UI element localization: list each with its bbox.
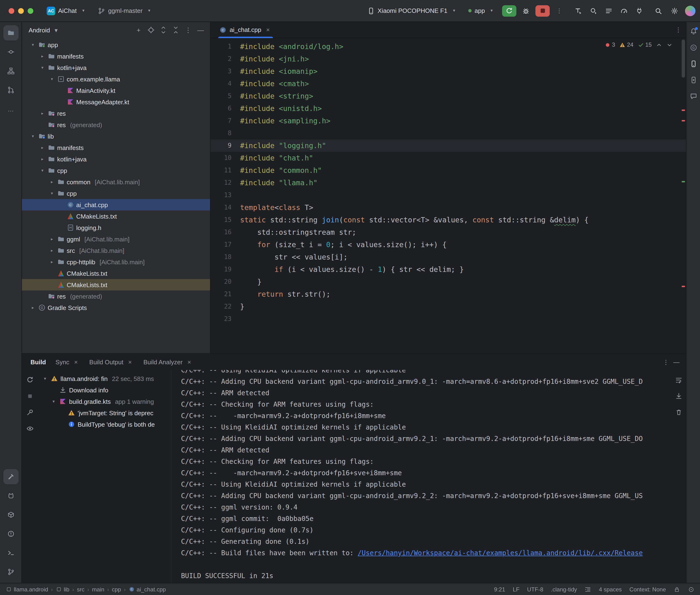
status-lock[interactable] bbox=[674, 586, 680, 593]
code-editor-area[interactable]: 1#include <android/log.h>2#include <jni.… bbox=[211, 38, 686, 353]
code-line-18[interactable]: 18 str << values[i]; bbox=[211, 251, 686, 263]
toolbar-more-button[interactable]: ⋮ bbox=[553, 4, 566, 18]
tree-expander[interactable]: ▸ bbox=[39, 52, 46, 60]
code-line-20[interactable]: 20 } bbox=[211, 276, 686, 288]
logcat-button[interactable] bbox=[602, 4, 615, 18]
status-caret-position[interactable]: 9:21 bbox=[494, 586, 505, 593]
profiler-button[interactable] bbox=[617, 4, 631, 18]
project-tree-item-cmakelists-txt[interactable]: CMakeLists.txt bbox=[22, 279, 210, 290]
build-tree-item-llama-android-fin[interactable]: ▾llama.android: fin22 sec, 583 ms bbox=[38, 373, 171, 384]
tree-expander[interactable]: ▸ bbox=[30, 304, 36, 311]
analysis-mark[interactable] bbox=[682, 181, 685, 182]
project-tree-item-kotlin-java[interactable]: ▸kotlin+java bbox=[22, 153, 210, 165]
project-tree-item-ai-chat-cpp[interactable]: Cai_chat.cpp bbox=[22, 199, 210, 210]
code-line-2[interactable]: 2#include <jni.h> bbox=[211, 53, 686, 65]
tree-expander[interactable]: ▸ bbox=[49, 247, 55, 254]
tree-expander[interactable]: ▸ bbox=[39, 155, 46, 163]
passed-count[interactable]: 15 bbox=[638, 41, 652, 48]
tree-expander[interactable]: ▾ bbox=[51, 398, 57, 405]
code-line-5[interactable]: 5#include <string> bbox=[211, 90, 686, 103]
build-tree-item-buildtype-debug-is-both-de[interactable]: BuildType 'debug' is both de bbox=[38, 419, 171, 430]
analysis-mark[interactable] bbox=[682, 120, 685, 121]
project-tree-item-manifests[interactable]: ▸manifests bbox=[22, 142, 210, 153]
settings-button[interactable] bbox=[668, 4, 681, 18]
project-tree-item-com-example-llama[interactable]: ▾com.example.llama bbox=[22, 73, 210, 85]
tool-window-button-build[interactable] bbox=[3, 469, 18, 484]
expand-all-button[interactable] bbox=[158, 24, 169, 36]
tree-expander[interactable]: ▾ bbox=[30, 41, 36, 49]
tree-expander[interactable]: ▾ bbox=[39, 167, 46, 174]
tree-expander[interactable]: ▸ bbox=[49, 258, 55, 266]
tool-window-button-structure[interactable] bbox=[3, 63, 18, 79]
add-button[interactable]: + bbox=[133, 24, 144, 36]
editor-tab[interactable]: C ai_chat.cpp × bbox=[214, 22, 277, 38]
tool-window-button-more-tool-windows[interactable]: … bbox=[3, 102, 18, 117]
status-context[interactable]: Context: None bbox=[629, 586, 666, 593]
project-tree-item-cpp-httplib[interactable]: ▸cpp-httplib[AiChat.lib.main] bbox=[22, 256, 210, 267]
code-line-7[interactable]: 7#include <sampling.h> bbox=[211, 115, 686, 127]
tree-expander[interactable]: ▾ bbox=[30, 132, 36, 140]
analysis-mark[interactable] bbox=[682, 286, 685, 287]
project-tree-item-cmakelists-txt[interactable]: CMakeLists.txt bbox=[22, 267, 210, 279]
scrollbar-thumb[interactable] bbox=[682, 39, 685, 78]
tool-window-button-project[interactable] bbox=[3, 25, 18, 40]
breadcrumb-item-cpp[interactable]: cpp bbox=[112, 586, 121, 593]
build-options-icon[interactable]: ⋮ bbox=[662, 358, 670, 366]
search-everywhere-button[interactable] bbox=[652, 4, 665, 18]
project-tree-item-app[interactable]: ▾app bbox=[22, 39, 210, 51]
project-tree-item-logging-h[interactable]: Hlogging.h bbox=[22, 222, 210, 233]
tool-window-button-terminal[interactable] bbox=[3, 545, 18, 561]
stop-build-button[interactable] bbox=[25, 391, 35, 401]
project-tree-item-manifests[interactable]: ▸manifests bbox=[22, 51, 210, 62]
tool-window-button-gradle[interactable]: G bbox=[687, 41, 700, 54]
tool-window-button-pull-requests[interactable] bbox=[3, 82, 18, 97]
run-configuration-selector[interactable]: app ▾ bbox=[465, 5, 499, 17]
scroll-to-end-button[interactable] bbox=[674, 391, 684, 401]
status-line-separator[interactable]: LF bbox=[513, 586, 520, 593]
device-explorer-button[interactable] bbox=[633, 4, 646, 18]
tool-window-button-resource-manager[interactable] bbox=[3, 507, 18, 522]
project-tree-item-messageadapter-kt[interactable]: MessageAdapter.kt bbox=[22, 96, 210, 108]
tab-options-icon[interactable]: ⋮ bbox=[674, 26, 682, 34]
tool-window-button-logcat[interactable] bbox=[3, 488, 18, 503]
status-clang-tidy[interactable]: .clang-tidy bbox=[551, 586, 577, 593]
project-tree-item-kotlin-java[interactable]: ▾kotlin+java bbox=[22, 62, 210, 73]
tool-window-button-version-control[interactable] bbox=[3, 564, 18, 579]
zoom-window-button[interactable] bbox=[28, 8, 33, 13]
project-tree-item-cmakelists-txt[interactable]: CMakeLists.txt bbox=[22, 210, 210, 222]
hide-button[interactable]: — bbox=[195, 24, 206, 36]
status-indent-size[interactable]: 4 spaces bbox=[599, 586, 622, 593]
status-encoding[interactable]: UTF-8 bbox=[527, 586, 543, 593]
next-problem-icon[interactable] bbox=[666, 42, 673, 48]
build-window-title[interactable]: Build bbox=[28, 358, 49, 366]
tool-window-button-app-quality-insights[interactable] bbox=[687, 90, 700, 103]
clear-all-button[interactable] bbox=[674, 407, 684, 418]
hide-build-window-icon[interactable]: — bbox=[673, 358, 680, 366]
tree-expander[interactable]: ▾ bbox=[39, 64, 46, 72]
collapse-all-button[interactable] bbox=[170, 24, 181, 36]
console-link[interactable]: /Users/hanyin/Workspace/ai-chat/examples… bbox=[358, 549, 643, 557]
branch-selector[interactable]: ggml-master ▾ bbox=[94, 5, 157, 17]
tree-expander[interactable]: ▸ bbox=[39, 110, 46, 117]
project-tree-item-ggml[interactable]: ▸ggml[AiChat.lib.main] bbox=[22, 233, 210, 245]
editor-scrollbar[interactable] bbox=[680, 38, 686, 353]
build-tree-item-download-info[interactable]: Download info bbox=[38, 384, 171, 396]
code-line-9[interactable]: 9#include "logging.h" bbox=[211, 140, 686, 152]
build-tree-item-jvmtarget-string-is-deprec[interactable]: 'jvmTarget: String' is deprec bbox=[38, 407, 171, 419]
code-line-6[interactable]: 6#include <unistd.h> bbox=[211, 103, 686, 115]
code-line-4[interactable]: 4#include <cmath> bbox=[211, 78, 686, 90]
tree-expander[interactable]: ▸ bbox=[49, 235, 55, 243]
code-line-11[interactable]: 11#include "common.h" bbox=[211, 164, 686, 177]
build-tab-build-analyzer[interactable]: Build Analyzer× bbox=[140, 357, 197, 367]
analysis-mark[interactable] bbox=[682, 110, 685, 111]
close-tab-icon[interactable]: × bbox=[126, 358, 134, 366]
previous-problem-icon[interactable] bbox=[656, 42, 662, 48]
close-window-button[interactable] bbox=[8, 8, 14, 13]
code-line-22[interactable]: 22} bbox=[211, 301, 686, 313]
close-tab-icon[interactable]: × bbox=[186, 358, 193, 366]
rerun-build-button[interactable] bbox=[25, 375, 35, 385]
tree-expander[interactable]: ▸ bbox=[39, 144, 46, 151]
code-line-23[interactable]: 23 bbox=[211, 313, 686, 325]
tool-window-button-notifications[interactable] bbox=[687, 25, 700, 38]
project-tree-item-cpp[interactable]: ▾cpp bbox=[22, 165, 210, 176]
